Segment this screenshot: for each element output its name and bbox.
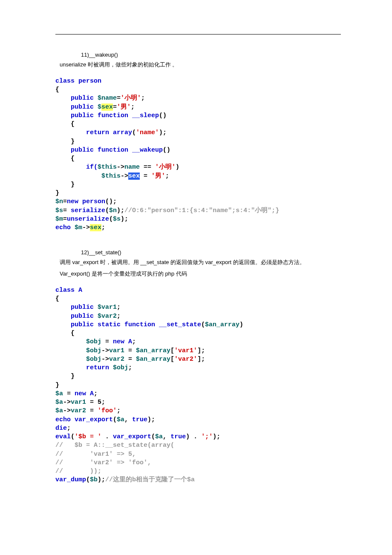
code-token: ; xyxy=(101,399,105,406)
code-token xyxy=(55,173,101,180)
code-token: [ xyxy=(170,356,174,363)
code-comment: // $b = A::__set_state(array( xyxy=(55,442,174,449)
code-token: ; xyxy=(117,313,121,320)
code-token: ]; xyxy=(197,347,205,354)
code-token: ; xyxy=(141,95,145,102)
code-token: , xyxy=(163,433,170,440)
code-block-1: class person { public $name='小明'; public… xyxy=(55,77,341,233)
code-token: ( xyxy=(109,216,113,223)
code-token: '男' xyxy=(117,104,131,111)
code-token: -> xyxy=(101,347,109,354)
code-token: = xyxy=(101,338,113,345)
code-token: = xyxy=(140,173,151,180)
code-comment: // )); xyxy=(55,468,101,475)
code-token: ) xyxy=(176,164,179,171)
text-part: 。 xyxy=(171,61,178,68)
code-token: var_export xyxy=(113,433,151,440)
code-token: $a xyxy=(155,433,163,440)
section-12-desc-2: Var_export() 是将一个变量处理成可执行的 php 代码 xyxy=(60,270,341,279)
code-token: $an_array xyxy=(205,321,239,328)
code-token: 'var2' xyxy=(174,356,197,363)
code-token: ( xyxy=(201,321,205,328)
code-token: 'foo' xyxy=(98,407,117,414)
code-token: $a xyxy=(55,407,63,414)
code-token: $a xyxy=(117,416,124,423)
code-token: $n xyxy=(55,198,63,205)
section-11-heading: 11)__wakeup() xyxy=(81,52,341,58)
section-11-desc: unserialize 时被调用，做些对象的初始化工作 。 xyxy=(60,60,341,69)
code-token: = xyxy=(124,356,136,363)
header-rule xyxy=(55,34,341,35)
code-token: array xyxy=(113,129,132,136)
code-token: () xyxy=(163,147,170,154)
code-token: var2 xyxy=(109,356,124,363)
code-comment: 这里的b相当于克隆了一个$a xyxy=(113,476,195,483)
code-token: $obj xyxy=(113,364,128,371)
code-token: 'var1' xyxy=(174,347,197,354)
code-token: = xyxy=(63,390,75,397)
code-token: = xyxy=(63,216,67,223)
code-token: = xyxy=(113,104,117,111)
code-token: $ xyxy=(98,104,101,111)
code-token: var1 xyxy=(109,347,124,354)
code-token: ); xyxy=(213,433,220,440)
code-token: if( xyxy=(55,164,98,171)
code-token: __wakeup xyxy=(132,147,163,154)
code-token: eval xyxy=(55,433,71,440)
text-part: var_export xyxy=(204,259,231,265)
code-token: $this xyxy=(101,173,121,180)
code-token: ); xyxy=(147,416,155,423)
code-token: = xyxy=(86,399,98,406)
code-comment: // 'var2' => 'foo', xyxy=(55,459,151,466)
code-token: public xyxy=(55,95,98,102)
code-token: die xyxy=(55,425,67,432)
code-token: new xyxy=(75,390,90,397)
code-token: = xyxy=(63,207,71,214)
code-token-highlight: sex xyxy=(90,224,101,231)
code-token: $obj xyxy=(86,356,101,363)
code-token: ( xyxy=(113,416,117,423)
code-token: public xyxy=(55,104,98,111)
code-token: -> xyxy=(82,224,90,231)
text-part: 调用 var_export xyxy=(60,259,98,265)
code-token: ; xyxy=(101,224,105,231)
code-token: public static function xyxy=(55,321,159,328)
code-token: echo xyxy=(55,416,75,423)
code-token-highlight: sex xyxy=(101,104,113,111)
code-token: { xyxy=(55,121,75,128)
code-token: return xyxy=(55,129,113,136)
code-token: public xyxy=(55,304,98,311)
code-token: '男' xyxy=(151,173,165,180)
code-token: $obj xyxy=(86,338,101,345)
code-token: class xyxy=(55,78,78,85)
code-token: '小明' xyxy=(155,164,176,171)
code-comment: // 'var1' => 5, xyxy=(55,451,136,458)
code-token: ( xyxy=(151,433,155,440)
code-token: $an_array xyxy=(136,356,170,363)
code-token: $an_array xyxy=(136,347,170,354)
code-token xyxy=(55,356,86,363)
code-token: ( xyxy=(86,476,90,483)
text-part: 的返回值。必须是静态方法。 xyxy=(231,259,305,265)
code-token xyxy=(55,347,86,354)
code-token: ; xyxy=(165,173,169,180)
code-token: ]; xyxy=(197,356,205,363)
code-token: { xyxy=(55,295,59,302)
code-token: A xyxy=(128,338,132,345)
code-token: { xyxy=(55,330,75,337)
code-token: var1 xyxy=(71,399,86,406)
code-token: . xyxy=(101,433,113,440)
code-token: ); xyxy=(159,129,167,136)
code-token: public function xyxy=(55,147,132,154)
code-token: ; xyxy=(94,390,98,397)
code-token: ) xyxy=(239,321,243,328)
code-token: $s xyxy=(55,207,63,214)
section-12-heading: 12)__set_state() xyxy=(81,249,341,256)
text-part: 时，被调用。用 xyxy=(98,259,139,265)
code-token: ( xyxy=(132,129,136,136)
code-token: ) . xyxy=(186,433,201,440)
code-token: name xyxy=(124,164,140,171)
code-token: = xyxy=(86,407,98,414)
code-token: A xyxy=(90,390,94,397)
code-token: $b xyxy=(90,476,98,483)
